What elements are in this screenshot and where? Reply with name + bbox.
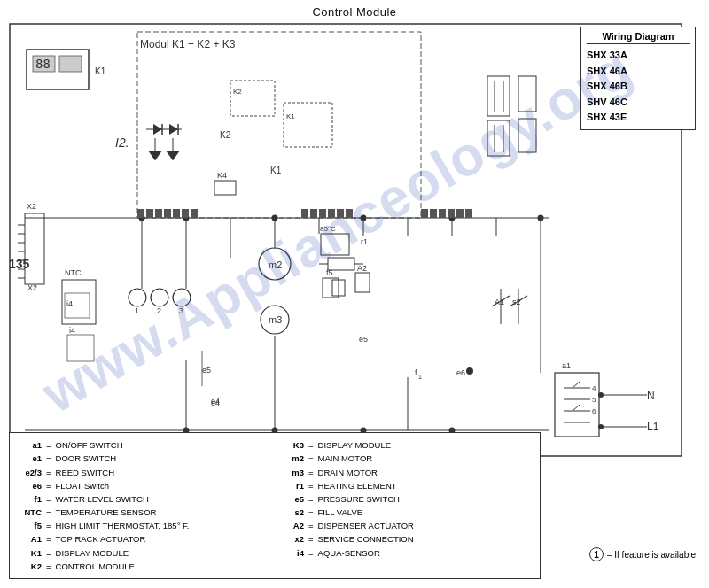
svg-text:6: 6: [592, 407, 596, 415]
legend-grid: a1 = ON/OFF SWITCH e1 = DOOR SWITCH e2/3…: [17, 438, 533, 573]
feature-note: 1 – If feature is available: [589, 547, 696, 561]
svg-text:K2: K2: [220, 130, 231, 140]
legend-row-e5: e5 = PRESSURE SWITCH: [279, 492, 533, 506]
svg-point-89: [272, 215, 278, 221]
svg-text:K1: K1: [286, 112, 295, 120]
svg-text:X2: X2: [27, 202, 36, 211]
legend-row-a1-rack: A1 = TOP RACK ACTUATOR: [17, 532, 270, 545]
page-title: Control Module: [0, 0, 709, 20]
legend-row-e23: e2/3 = REED SWITCH: [17, 466, 270, 479]
legend-code-f1: f1: [17, 492, 42, 506]
svg-text:Modul K1 + K2 + K3: Modul K1 + K2 + K3: [140, 38, 236, 50]
svg-text:e6: e6: [456, 368, 465, 377]
svg-rect-104: [173, 209, 180, 218]
svg-rect-115: [439, 209, 446, 218]
svg-text:5: 5: [592, 396, 596, 404]
legend-code-k3: K3: [279, 438, 304, 452]
legend-desc-k2: CONTROL MODULE: [56, 560, 135, 573]
svg-text:K4: K4: [217, 171, 227, 180]
svg-text:i4: i4: [69, 326, 75, 335]
svg-rect-114: [430, 209, 437, 218]
legend-desc-k1: DISPLAY MODULE: [56, 546, 129, 560]
wiring-box-models: SHX 33A SHX 46A SHX 46B SHV 46C SHX 43E: [587, 48, 690, 126]
svg-text:K1: K1: [95, 66, 106, 76]
legend-right: K3 = DISPLAY MODULE m2 = MAIN MOTOR m3 =…: [279, 438, 533, 573]
svg-text:I2.: I2.: [115, 135, 129, 150]
svg-rect-110: [328, 209, 335, 218]
model-2: SHX 46A: [587, 64, 690, 80]
svg-rect-106: [191, 209, 198, 218]
svg-text:1: 1: [135, 306, 139, 315]
svg-rect-105: [182, 209, 189, 218]
svg-rect-117: [456, 209, 464, 218]
legend-desc-x2: SERVICE CONNECTION: [318, 532, 414, 545]
svg-text:A2: A2: [357, 264, 367, 273]
wiring-box-title: Wiring Diagram: [587, 31, 690, 44]
legend-desc-k3: DISPLAY MODULE: [318, 438, 392, 452]
svg-rect-111: [337, 209, 344, 218]
svg-text:e5: e5: [359, 335, 368, 344]
svg-text:m3: m3: [269, 314, 282, 325]
legend-row-e6: e6 = FLOAT Switch: [17, 479, 270, 492]
legend-code-a2: A2: [279, 519, 304, 532]
svg-point-57: [466, 368, 473, 375]
legend-row-k2: K2 = CONTROL MODULE: [17, 560, 270, 573]
svg-point-74: [598, 424, 604, 429]
legend-row-a1: a1 = ON/OFF SWITCH: [17, 438, 270, 452]
svg-text:i4: i4: [66, 299, 73, 308]
legend-row-f5: f5 = HIGH LIMIT THERMOSTAT, 185° F.: [17, 519, 270, 532]
legend-row-a2: A2 = DISPENSER ACTUATOR: [279, 519, 533, 532]
legend-row-k1: K1 = DISPLAY MODULE: [17, 546, 270, 560]
legend-desc-m2: MAIN MOTOR: [318, 452, 373, 465]
legend-code-i4: i4: [279, 546, 304, 560]
svg-rect-101: [146, 209, 153, 218]
svg-rect-113: [421, 209, 428, 218]
model-4: SHV 46C: [587, 95, 690, 111]
legend-desc-a1: ON/OFF SWITCH: [56, 438, 123, 452]
svg-text:e4: e4: [211, 398, 220, 407]
svg-text:a1: a1: [562, 361, 571, 370]
legend-code-ntc: NTC: [17, 506, 42, 519]
legend-row-f1: f1 = WATER LEVEL SWITCH: [17, 492, 270, 506]
legend-row-x2: x2 = SERVICE CONNECTION: [279, 532, 533, 545]
legend-row-r1: r1 = HEATING ELEMENT: [279, 479, 533, 492]
legend-code-e5: e5: [279, 492, 304, 506]
legend-desc-m3: DRAIN MOTOR: [318, 466, 378, 479]
legend-row-s2: s2 = FILL VALVE: [279, 506, 533, 519]
svg-text:r1: r1: [361, 237, 368, 246]
svg-text:K2: K2: [233, 88, 242, 96]
model-5: SHX 43E: [587, 110, 690, 126]
legend-row-i4: i4 = AQUA-SENSOR: [279, 546, 533, 560]
legend-desc-ntc: TEMPERATURE SENSOR: [56, 506, 157, 519]
svg-text:K1: K1: [270, 166, 282, 175]
legend-desc-f1: WATER LEVEL SWITCH: [56, 492, 149, 506]
legend-row-m2: m2 = MAIN MOTOR: [279, 452, 533, 465]
legend-row-ntc: NTC = TEMPERATURE SENSOR: [17, 506, 270, 519]
legend-desc-e6: FLOAT Switch: [56, 479, 109, 492]
svg-rect-100: [137, 209, 144, 218]
legend-code-m3: m3: [279, 466, 304, 479]
svg-rect-108: [310, 209, 317, 218]
svg-point-90: [361, 215, 367, 221]
svg-text:88: 88: [35, 57, 51, 71]
legend-desc-a2: DISPENSER ACTUATOR: [318, 519, 414, 532]
svg-text:NTC: NTC: [65, 268, 82, 277]
model-3: SHX 46B: [587, 79, 690, 95]
legend-desc-f5: HIGH LIMIT THERMOSTAT, 185° F.: [56, 519, 190, 532]
svg-text:2: 2: [157, 306, 161, 315]
legend-desc-e23: REED SWITCH: [56, 466, 115, 479]
legend-row-e1: e1 = DOOR SWITCH: [17, 452, 270, 465]
legend-desc-s2: FILL VALVE: [318, 506, 363, 519]
feature-text: – If feature is available: [607, 550, 696, 560]
legend-desc-e5: PRESSURE SWITCH: [318, 492, 400, 506]
legend-desc-e1: DOOR SWITCH: [56, 452, 117, 465]
svg-rect-103: [164, 209, 171, 218]
svg-text:X2: X2: [27, 283, 37, 292]
svg-rect-116: [448, 209, 455, 218]
svg-text:L1: L1: [647, 421, 659, 433]
wiring-diagram-box: Wiring Diagram SHX 33A SHX 46A SHX 46B S…: [580, 27, 696, 130]
legend-desc-i4: AQUA-SENSOR: [318, 546, 380, 560]
legend-code-m2: m2: [279, 452, 304, 465]
svg-text:3: 3: [179, 306, 183, 315]
svg-rect-107: [301, 209, 308, 218]
